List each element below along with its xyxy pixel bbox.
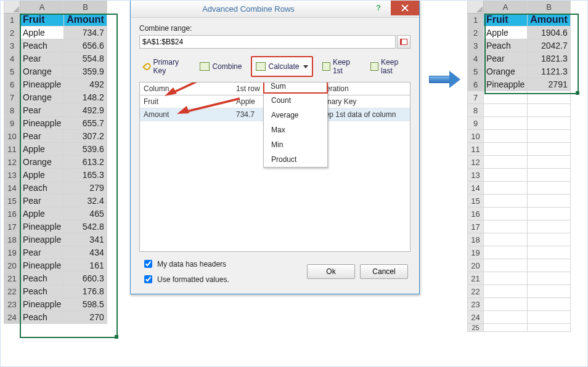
data-cell[interactable]: Pineapple: [20, 298, 64, 311]
data-cell[interactable]: Pear: [20, 246, 64, 259]
data-cell[interactable]: 465: [64, 208, 107, 220]
row-header[interactable]: 1: [4, 14, 20, 26]
empty-cell[interactable]: [528, 298, 570, 311]
calculate-button[interactable]: Calculate: [251, 56, 312, 77]
empty-cell[interactable]: [484, 195, 528, 208]
row-header[interactable]: 18: [468, 233, 484, 246]
empty-cell[interactable]: [484, 91, 528, 104]
row-header[interactable]: 8: [4, 104, 20, 117]
empty-cell[interactable]: [484, 143, 528, 156]
row-header[interactable]: 5: [4, 65, 20, 78]
empty-cell[interactable]: [484, 311, 528, 324]
row-header[interactable]: 22: [4, 285, 20, 298]
data-cell[interactable]: 270: [64, 311, 107, 324]
data-cell[interactable]: 434: [64, 246, 107, 259]
row-header[interactable]: 15: [4, 195, 20, 208]
data-cell[interactable]: 2042.7: [528, 39, 570, 52]
row-header[interactable]: 24: [468, 311, 484, 324]
data-cell[interactable]: Peach: [20, 272, 64, 285]
empty-cell[interactable]: [528, 130, 570, 143]
data-cell[interactable]: Pineapple: [484, 78, 528, 91]
row-header[interactable]: 2: [468, 26, 484, 39]
table-header-cell[interactable]: Amount: [64, 14, 107, 26]
data-cell[interactable]: 32.4: [64, 195, 107, 208]
dropdown-item-min[interactable]: Min: [264, 137, 327, 152]
empty-cell[interactable]: [484, 246, 528, 259]
data-cell[interactable]: Peach: [20, 39, 64, 52]
formatted-values-checkbox[interactable]: Use formatted values.: [142, 273, 229, 285]
data-cell[interactable]: Pineapple: [20, 259, 64, 272]
empty-cell[interactable]: [484, 259, 528, 272]
row-header[interactable]: 14: [468, 182, 484, 195]
table-header-cell[interactable]: Amount: [528, 14, 570, 26]
combine-range-input[interactable]: [139, 35, 396, 49]
col-header-a[interactable]: A: [484, 1, 528, 14]
empty-cell[interactable]: [528, 272, 570, 285]
row-header[interactable]: 5: [468, 65, 484, 78]
dropdown-item-sum[interactable]: Sum: [263, 82, 328, 94]
empty-cell[interactable]: [484, 117, 528, 130]
data-cell[interactable]: Apple: [20, 169, 64, 182]
data-cell[interactable]: 148.2: [64, 91, 107, 104]
empty-cell[interactable]: [484, 272, 528, 285]
data-cell[interactable]: 554.8: [64, 52, 107, 65]
empty-cell[interactable]: [484, 324, 528, 332]
row-header[interactable]: 18: [4, 233, 20, 246]
table-header-cell[interactable]: Fruit: [484, 14, 528, 26]
data-cell[interactable]: Pear: [20, 52, 64, 65]
data-cell[interactable]: Pineapple: [20, 117, 64, 130]
grid-col-column[interactable]: Column: [140, 83, 232, 95]
data-cell[interactable]: Apple: [20, 143, 64, 156]
empty-cell[interactable]: [484, 285, 528, 298]
row-header[interactable]: 12: [4, 156, 20, 169]
empty-cell[interactable]: [528, 117, 570, 130]
row-header[interactable]: 6: [468, 78, 484, 91]
left-spreadsheet[interactable]: A B 1 Fruit Amount 2Apple734.73Peach656.…: [4, 0, 107, 324]
close-button[interactable]: [391, 1, 419, 15]
empty-cell[interactable]: [484, 130, 528, 143]
empty-cell[interactable]: [528, 156, 570, 169]
dropdown-item-max[interactable]: Max: [264, 123, 327, 137]
data-cell[interactable]: 176.8: [64, 285, 107, 298]
empty-cell[interactable]: [484, 220, 528, 233]
row-header[interactable]: 17: [468, 220, 484, 233]
row-header[interactable]: 23: [468, 298, 484, 311]
data-cell[interactable]: Apple: [20, 208, 64, 220]
primary-key-button[interactable]: Primary Key: [139, 56, 190, 77]
data-cell[interactable]: Peach: [20, 285, 64, 298]
data-cell[interactable]: Peach: [20, 182, 64, 195]
data-cell[interactable]: 660.3: [64, 272, 107, 285]
row-header[interactable]: 17: [4, 220, 20, 233]
empty-cell[interactable]: [484, 233, 528, 246]
row-header[interactable]: 15: [468, 195, 484, 208]
row-header[interactable]: 13: [4, 169, 20, 182]
help-button[interactable]: ?: [366, 1, 391, 15]
dropdown-item-count[interactable]: Count: [264, 93, 327, 108]
row-header[interactable]: 4: [4, 52, 20, 65]
data-cell[interactable]: Pear: [20, 104, 64, 117]
row-header[interactable]: 4: [468, 52, 484, 65]
row-header[interactable]: 11: [4, 143, 20, 156]
row-header[interactable]: 19: [4, 246, 20, 259]
data-cell[interactable]: Pineapple: [20, 233, 64, 246]
keep-first-button[interactable]: Keep 1st: [318, 56, 361, 77]
row-header[interactable]: 20: [4, 259, 20, 272]
data-cell[interactable]: 161: [64, 259, 107, 272]
row-header[interactable]: 3: [4, 39, 20, 52]
row-header[interactable]: 22: [468, 285, 484, 298]
row-header[interactable]: 1: [468, 14, 484, 26]
row-header[interactable]: 16: [4, 208, 20, 220]
data-cell[interactable]: Orange: [20, 65, 64, 78]
keep-last-button[interactable]: Keep last: [366, 56, 410, 77]
row-header[interactable]: 19: [468, 246, 484, 259]
row-header[interactable]: 21: [4, 272, 20, 285]
row-header[interactable]: 23: [4, 298, 20, 311]
empty-cell[interactable]: [484, 298, 528, 311]
row-header[interactable]: 7: [4, 91, 20, 104]
data-cell[interactable]: 2791: [528, 78, 570, 91]
data-cell[interactable]: 1904.6: [528, 26, 570, 39]
data-cell[interactable]: 492: [64, 78, 107, 91]
data-cell[interactable]: Orange: [20, 156, 64, 169]
row-header[interactable]: 12: [468, 156, 484, 169]
headers-checkbox[interactable]: My data has headers: [142, 258, 229, 270]
